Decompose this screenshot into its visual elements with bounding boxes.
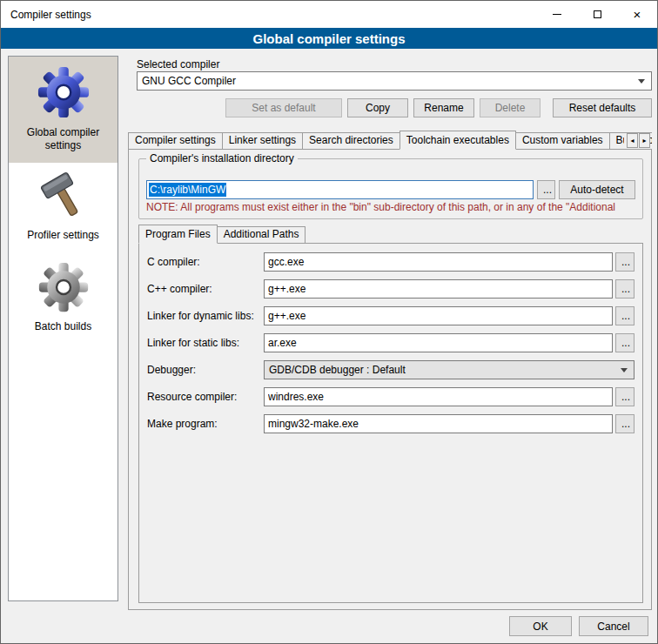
- field-label: Make program:: [147, 418, 264, 430]
- subtab-bar: Program Files Additional Paths: [138, 225, 305, 244]
- ok-button[interactable]: OK: [509, 616, 572, 636]
- tab-custom-variables[interactable]: Custom variables: [515, 132, 610, 149]
- browse-make-program-button[interactable]: ...: [615, 414, 634, 433]
- maximize-button[interactable]: [577, 1, 617, 28]
- field-row: Linker for static libs: ...: [147, 333, 634, 352]
- field-row: C++ compiler: ...: [147, 279, 634, 299]
- field-label: Linker for static libs:: [147, 337, 264, 349]
- debugger-select-value: GDB/CDB debugger : Default: [269, 364, 406, 376]
- sidebar-item-label: Profiler settings: [27, 229, 99, 242]
- cpp-compiler-input[interactable]: [264, 279, 613, 299]
- installation-directory-row: C:\raylib\MinGW ... Auto-detect: [146, 180, 635, 199]
- field-row: Linker for dynamic libs: ...: [147, 306, 634, 325]
- field-label: Resource compiler:: [147, 391, 264, 403]
- c-compiler-input[interactable]: [264, 252, 613, 272]
- gray-gear-icon: [37, 261, 90, 313]
- reset-defaults-button[interactable]: Reset defaults: [553, 98, 652, 117]
- browse-resource-compiler-button[interactable]: ...: [615, 387, 634, 406]
- close-button[interactable]: ×: [617, 1, 657, 28]
- minimize-button[interactable]: [537, 1, 577, 28]
- field-row: Resource compiler: ...: [147, 387, 634, 406]
- auto-detect-button[interactable]: Auto-detect: [559, 180, 635, 199]
- tab-compiler-settings[interactable]: Compiler settings: [128, 132, 223, 149]
- tab-additional-paths[interactable]: Additional Paths: [217, 226, 306, 243]
- field-rows: C compiler: ... C++ compiler: ... Linker…: [139, 244, 642, 450]
- note-text: NOTE: All programs must exist either in …: [146, 201, 641, 213]
- toolchain-panel: Compiler's installation directory C:\ray…: [128, 149, 652, 610]
- chevron-down-icon: [621, 368, 628, 372]
- minimize-icon: [553, 14, 561, 15]
- delete-button[interactable]: Delete: [480, 98, 540, 117]
- window-title: Compiler settings: [1, 9, 91, 21]
- installation-directory-group: Compiler's installation directory C:\ray…: [138, 158, 643, 219]
- sidebar-item-label: Global compiler settings: [11, 126, 115, 152]
- compiler-select[interactable]: GNU GCC Compiler: [137, 71, 652, 91]
- tab-program-files[interactable]: Program Files: [138, 225, 218, 244]
- make-program-input[interactable]: [264, 414, 613, 433]
- copy-button[interactable]: Copy: [347, 98, 408, 117]
- field-label: Linker for dynamic libs:: [147, 310, 264, 322]
- close-icon: ×: [634, 8, 641, 21]
- hammer-icon: [38, 171, 89, 222]
- program-files-panel: C compiler: ... C++ compiler: ... Linker…: [138, 243, 643, 603]
- tab-scroll-left-button[interactable]: ◂: [627, 133, 638, 148]
- titlebar[interactable]: Compiler settings ×: [1, 1, 657, 28]
- browse-c-compiler-button[interactable]: ...: [615, 252, 634, 272]
- field-label: C++ compiler:: [147, 283, 264, 295]
- tab-toolchain-executables[interactable]: Toolchain executables: [400, 131, 516, 150]
- group-title: Compiler's installation directory: [146, 152, 298, 164]
- tab-bar: Compiler settings Linker settings Search…: [128, 131, 652, 150]
- field-label: Debugger:: [147, 364, 264, 376]
- tab-linker-settings[interactable]: Linker settings: [222, 132, 303, 149]
- selected-text: C:\raylib\MinGW: [149, 183, 226, 197]
- static-linker-input[interactable]: [264, 333, 613, 352]
- rename-button[interactable]: Rename: [413, 98, 474, 117]
- blue-gear-icon: [37, 65, 91, 119]
- sidebar-item-batch-builds[interactable]: Batch builds: [9, 252, 118, 344]
- field-label: C compiler:: [147, 256, 264, 268]
- debugger-select[interactable]: GDB/CDB debugger : Default: [264, 360, 634, 379]
- tab-search-directories[interactable]: Search directories: [302, 132, 400, 149]
- browse-directory-button[interactable]: ...: [537, 180, 555, 199]
- sidebar-item-profiler-settings[interactable]: Profiler settings: [9, 163, 118, 252]
- browse-static-linker-button[interactable]: ...: [615, 333, 634, 352]
- dynamic-linker-input[interactable]: [264, 306, 613, 325]
- set-as-default-button[interactable]: Set as default: [225, 98, 342, 117]
- dialog-header: Global compiler settings: [1, 28, 657, 49]
- compiler-buttons: Set as default Copy Rename Delete Reset …: [137, 98, 652, 117]
- field-row: C compiler: ...: [147, 252, 634, 272]
- field-row: Debugger: GDB/CDB debugger : Default: [147, 360, 634, 379]
- dialog-header-title: Global compiler settings: [252, 31, 405, 46]
- compiler-select-value: GNU GCC Compiler: [142, 75, 236, 87]
- maximize-icon: [594, 10, 601, 18]
- chevron-down-icon: [638, 79, 645, 84]
- sidebar: Global compiler settings Profiler settin…: [8, 56, 118, 601]
- installation-directory-input[interactable]: C:\raylib\MinGW: [146, 180, 534, 199]
- browse-dynamic-linker-button[interactable]: ...: [615, 306, 634, 325]
- field-row: Make program: ...: [147, 414, 634, 433]
- sidebar-item-label: Batch builds: [35, 320, 91, 333]
- resource-compiler-input[interactable]: [264, 387, 613, 406]
- dialog-buttons: OK Cancel: [509, 616, 648, 636]
- compiler-settings-window: Compiler settings × Global compiler sett…: [0, 0, 658, 644]
- scroll-right-icon: ▸: [642, 137, 646, 144]
- browse-cpp-compiler-button[interactable]: ...: [615, 279, 634, 299]
- cancel-button[interactable]: Cancel: [579, 616, 648, 636]
- tab-scroll-right-button[interactable]: ▸: [639, 133, 650, 148]
- scroll-left-icon: ◂: [630, 137, 634, 144]
- window-controls: ×: [537, 1, 657, 28]
- selected-compiler-label: Selected compiler: [137, 58, 219, 70]
- tab-scroll-buttons: ◂ ▸: [624, 133, 650, 148]
- sidebar-item-global-compiler-settings[interactable]: Global compiler settings: [9, 57, 118, 163]
